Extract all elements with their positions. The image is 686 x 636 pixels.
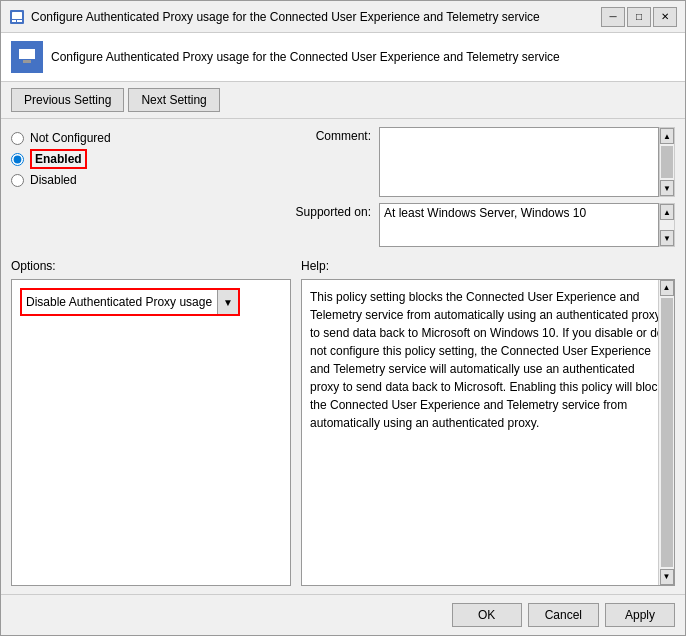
options-label: Options: xyxy=(11,259,291,273)
svg-rect-5 xyxy=(19,49,35,59)
main-window: Configure Authenticated Proxy usage for … xyxy=(0,0,686,636)
svg-rect-3 xyxy=(17,20,22,22)
header-bar: Configure Authenticated Proxy usage for … xyxy=(1,33,685,82)
comment-label: Comment: xyxy=(291,127,371,143)
not-configured-label: Not Configured xyxy=(30,131,111,145)
help-scroll-up[interactable]: ▲ xyxy=(660,280,674,296)
disabled-radio[interactable] xyxy=(11,174,24,187)
help-text: This policy setting blocks the Connected… xyxy=(310,290,664,430)
window-title: Configure Authenticated Proxy usage for … xyxy=(31,10,595,24)
previous-setting-button[interactable]: Previous Setting xyxy=(11,88,124,112)
title-bar: Configure Authenticated Proxy usage for … xyxy=(1,1,685,33)
enabled-radio-label[interactable]: Enabled xyxy=(11,149,151,169)
help-label: Help: xyxy=(301,259,675,273)
help-scroll-thumb xyxy=(661,298,673,567)
comment-textarea[interactable] xyxy=(379,127,659,197)
radio-section: Not Configured Enabled Disabled xyxy=(11,127,151,247)
top-section: Not Configured Enabled Disabled Comment: xyxy=(11,127,675,247)
options-content: Disable Authenticated Proxy usage Enable… xyxy=(11,279,291,586)
ok-button[interactable]: OK xyxy=(452,603,522,627)
options-panel: Options: Disable Authenticated Proxy usa… xyxy=(11,259,291,586)
maximize-button[interactable]: □ xyxy=(627,7,651,27)
comment-row: Comment: ▲ ▼ xyxy=(291,127,675,197)
svg-rect-6 xyxy=(19,63,25,66)
next-setting-button[interactable]: Next Setting xyxy=(128,88,219,112)
enabled-radio[interactable] xyxy=(11,153,24,166)
help-content: This policy setting blocks the Connected… xyxy=(301,279,675,586)
header-title: Configure Authenticated Proxy usage for … xyxy=(51,50,560,64)
close-button[interactable]: ✕ xyxy=(653,7,677,27)
comment-field-container: ▲ ▼ xyxy=(379,127,675,197)
supported-scroll-down[interactable]: ▼ xyxy=(660,230,674,246)
help-scroll-down[interactable]: ▼ xyxy=(660,569,674,585)
supported-value: At least Windows Server, Windows 10 xyxy=(379,203,659,247)
disabled-label: Disabled xyxy=(30,173,77,187)
comment-scrollbar: ▲ ▼ xyxy=(659,127,675,197)
policy-icon xyxy=(11,41,43,73)
proxy-dropdown-row: Disable Authenticated Proxy usage Enable… xyxy=(20,288,240,316)
scroll-down-arrow[interactable]: ▼ xyxy=(660,180,674,196)
main-content: Not Configured Enabled Disabled Comment: xyxy=(1,119,685,594)
not-configured-radio[interactable] xyxy=(11,132,24,145)
supported-scroll-up[interactable]: ▲ xyxy=(660,204,674,220)
svg-rect-2 xyxy=(12,20,16,22)
options-help-row: Options: Disable Authenticated Proxy usa… xyxy=(11,259,675,586)
supported-row: Supported on: At least Windows Server, W… xyxy=(291,203,675,247)
footer: OK Cancel Apply xyxy=(1,594,685,635)
supported-scrollbar: ▲ ▼ xyxy=(659,203,675,247)
scroll-thumb xyxy=(661,146,673,178)
help-panel: Help: This policy setting blocks the Con… xyxy=(301,259,675,586)
scroll-up-arrow[interactable]: ▲ xyxy=(660,128,674,144)
disabled-radio-label[interactable]: Disabled xyxy=(11,173,151,187)
apply-button[interactable]: Apply xyxy=(605,603,675,627)
window-controls: ─ □ ✕ xyxy=(601,7,677,27)
supported-label: Supported on: xyxy=(291,203,371,219)
right-section: Comment: ▲ ▼ Supported on: At least xyxy=(291,127,675,247)
cancel-button[interactable]: Cancel xyxy=(528,603,599,627)
dropdown-arrow-icon[interactable]: ▼ xyxy=(218,290,238,314)
svg-rect-1 xyxy=(12,12,22,19)
proxy-dropdown[interactable]: Disable Authenticated Proxy usage Enable… xyxy=(22,290,218,314)
window-icon xyxy=(9,9,25,25)
help-scrollbar: ▲ ▼ xyxy=(658,280,674,585)
minimize-button[interactable]: ─ xyxy=(601,7,625,27)
svg-rect-7 xyxy=(23,60,31,63)
enabled-label: Enabled xyxy=(30,149,87,169)
not-configured-radio-label[interactable]: Not Configured xyxy=(11,131,151,145)
toolbar: Previous Setting Next Setting xyxy=(1,82,685,119)
